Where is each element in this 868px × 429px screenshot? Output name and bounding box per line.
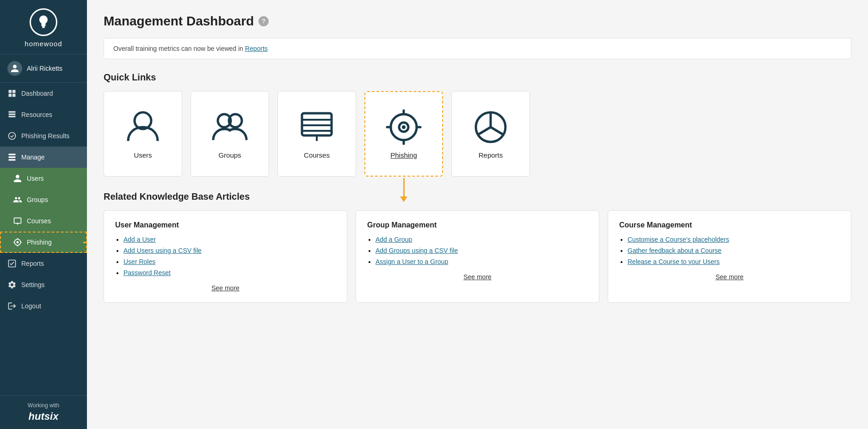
resources-icon <box>7 110 17 119</box>
sidebar-label-groups: Groups <box>27 196 48 203</box>
sidebar-label-settings: Settings <box>21 281 45 288</box>
kb-link[interactable]: User Roles <box>123 258 155 265</box>
sidebar: homewood Alrii Ricketts Dashboard Resour… <box>0 0 87 429</box>
svg-point-8 <box>9 133 16 140</box>
kb-link[interactable]: Release a Course to your Users <box>628 258 720 265</box>
sidebar-label-phishing: Phishing <box>27 239 52 246</box>
quick-link-users-label: Users <box>134 151 152 159</box>
kb-see-more-group: See more <box>367 273 588 281</box>
sidebar-label-users: Users <box>27 175 44 182</box>
page-title: Management Dashboard ? <box>104 14 851 29</box>
sidebar-item-manage[interactable]: Manage <box>0 147 87 168</box>
sidebar-item-logout[interactable]: Logout <box>0 295 87 317</box>
kb-link[interactable]: Add a Group <box>376 236 412 243</box>
sidebar-item-reports[interactable]: Reports <box>0 253 87 274</box>
list-item: Release a Course to your Users <box>628 258 840 265</box>
see-more-link[interactable]: See more <box>211 284 240 292</box>
kb-link[interactable]: Customise a Course's placeholders <box>628 236 729 243</box>
sidebar-label-resources: Resources <box>21 111 52 118</box>
manage-icon <box>7 153 17 162</box>
logo-icon <box>30 8 57 36</box>
svg-point-33 <box>402 125 406 129</box>
sidebar-item-dashboard[interactable]: Dashboard <box>0 83 87 104</box>
quick-link-courses[interactable]: Courses <box>277 91 356 177</box>
see-more-link[interactable]: See more <box>463 273 492 281</box>
kb-link[interactable]: Gather feedback about a Course <box>628 247 721 254</box>
logo-text: homewood <box>25 40 62 48</box>
quick-link-phishing-label: Phishing <box>390 151 417 159</box>
svg-rect-10 <box>9 156 16 158</box>
quick-link-reports[interactable]: Reports <box>451 91 530 177</box>
settings-icon <box>7 280 17 289</box>
info-bar-reports-link[interactable]: Reports <box>245 45 268 52</box>
kb-card-group-management-links: Add a Group Add Groups using a CSV file … <box>367 236 588 265</box>
quick-link-phishing[interactable]: Phishing <box>364 91 443 177</box>
kb-link[interactable]: Password Reset <box>123 269 171 276</box>
kb-card-course-management-links: Customise a Course's placeholders Gather… <box>619 236 840 265</box>
sidebar-label-dashboard: Dashboard <box>21 90 53 97</box>
user-name: Alrii Ricketts <box>27 65 62 72</box>
kb-card-group-management-title: Group Management <box>367 221 588 229</box>
svg-rect-5 <box>9 111 16 113</box>
sidebar-item-users[interactable]: Users <box>0 168 87 189</box>
quick-link-users[interactable]: Users <box>104 91 182 177</box>
list-item: Assign a User to a Group <box>376 258 588 265</box>
kb-card-user-management-title: User Management <box>115 221 336 229</box>
sidebar-logo: homewood <box>0 0 87 55</box>
kb-link[interactable]: Add Users using a CSV file <box>123 247 202 254</box>
sidebar-label-phishing-results: Phishing Results <box>21 132 69 140</box>
list-item: Add a Group <box>376 236 588 243</box>
kb-link[interactable]: Add Groups using a CSV file <box>376 247 458 254</box>
phishing-ql-wrapper: Phishing <box>364 91 443 177</box>
quick-link-groups[interactable]: Groups <box>191 91 269 177</box>
kb-link[interactable]: Assign a User to a Group <box>376 258 448 265</box>
kb-see-more-course: See more <box>619 273 840 281</box>
sidebar-item-phishing[interactable]: Phishing <box>0 232 87 253</box>
svg-rect-7 <box>9 116 16 117</box>
list-item: Password Reset <box>123 269 336 276</box>
svg-rect-6 <box>9 114 16 115</box>
svg-rect-4 <box>12 94 16 97</box>
kb-card-user-management: User Management Add a User Add Users usi… <box>104 210 347 303</box>
kb-card-course-management: Course Management Customise a Course's p… <box>608 210 851 303</box>
sidebar-item-phishing-results[interactable]: Phishing Results <box>0 125 87 147</box>
sidebar-footer: Working with hutsix <box>0 395 87 429</box>
quick-link-groups-label: Groups <box>218 151 241 159</box>
sidebar-label-courses: Courses <box>27 217 51 225</box>
kb-grid: User Management Add a User Add Users usi… <box>104 210 851 303</box>
sidebar-user: Alrii Ricketts <box>0 55 87 83</box>
svg-rect-0 <box>42 26 44 28</box>
logo-svg <box>35 14 52 31</box>
sidebar-item-settings[interactable]: Settings <box>0 274 87 295</box>
kb-link[interactable]: Add a User <box>123 236 156 243</box>
help-icon[interactable]: ? <box>259 16 269 26</box>
svg-point-16 <box>17 241 19 244</box>
sidebar-item-courses[interactable]: Courses <box>0 210 87 232</box>
reports-icon <box>7 259 17 268</box>
phishing-nav-icon <box>13 238 22 247</box>
courses-ql-icon <box>298 109 335 146</box>
list-item: Add Groups using a CSV file <box>376 247 588 254</box>
sidebar-item-groups[interactable]: Groups <box>0 189 87 210</box>
quick-links-title: Quick Links <box>104 72 851 83</box>
sidebar-item-resources[interactable]: Resources <box>0 104 87 125</box>
list-item: User Roles <box>123 258 336 265</box>
see-more-link[interactable]: See more <box>715 273 744 281</box>
list-item: Gather feedback about a Course <box>628 247 840 254</box>
sidebar-nav: Dashboard Resources Phishing Results Man… <box>0 83 87 395</box>
sidebar-label-manage: Manage <box>21 153 45 161</box>
logout-icon <box>7 301 17 311</box>
kb-card-group-management: Group Management Add a Group Add Groups … <box>356 210 599 303</box>
quick-link-reports-label: Reports <box>479 151 503 159</box>
sidebar-label-reports: Reports <box>21 260 44 267</box>
info-bar-text: Overall training metrics can now be view… <box>113 45 245 52</box>
kb-section-title: Related Knowledge Base Articles <box>104 191 851 202</box>
hutsix-logo: hutsix <box>7 411 80 423</box>
quick-links-container: Users Groups <box>104 91 851 177</box>
groups-ql-icon <box>211 109 248 146</box>
reports-ql-icon <box>472 109 509 146</box>
sidebar-label-logout: Logout <box>21 302 41 310</box>
phishing-results-icon <box>7 131 17 141</box>
info-bar: Overall training metrics can now be view… <box>104 38 851 59</box>
kb-see-more-user: See more <box>115 284 336 292</box>
